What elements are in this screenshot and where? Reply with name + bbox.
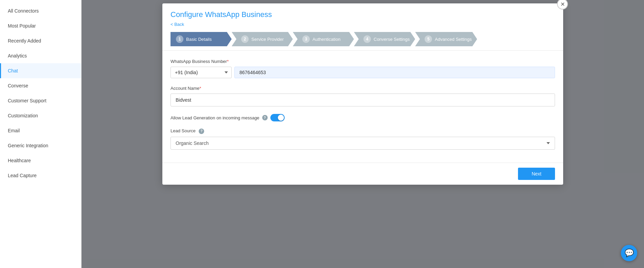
step-number-4: 5 bbox=[425, 35, 432, 43]
modal-close-button[interactable]: ✕ bbox=[557, 0, 568, 10]
account-name-group: Account Name* bbox=[171, 86, 555, 106]
account-name-input[interactable] bbox=[171, 94, 555, 106]
modal-footer: Next bbox=[162, 163, 563, 185]
step-label-1: Service Provider bbox=[251, 37, 284, 42]
account-name-label: Account Name* bbox=[171, 86, 555, 91]
sidebar-item-generic-integration[interactable]: Generic Integration bbox=[0, 138, 81, 153]
step-3: 4Converse Settings bbox=[354, 32, 415, 46]
sidebar-item-converse[interactable]: Converse bbox=[0, 78, 81, 93]
modal-body: WhatsApp Business Number* +91 (India)+1 … bbox=[162, 51, 563, 163]
next-button[interactable]: Next bbox=[518, 168, 555, 180]
step-0: 1Basic Details bbox=[171, 32, 232, 46]
step-label-4: Advanced Settings bbox=[435, 37, 471, 42]
main-area: ✕ Configure WhatsApp Business < Back 1Ba… bbox=[82, 0, 644, 268]
whatsapp-number-group: WhatsApp Business Number* +91 (India)+1 … bbox=[171, 59, 555, 78]
sidebar-item-recently-added[interactable]: Recently Added bbox=[0, 33, 81, 48]
back-link[interactable]: < Back bbox=[171, 22, 184, 27]
sidebar-item-most-popular[interactable]: Most Popular bbox=[0, 18, 81, 33]
sidebar-item-all-connectors[interactable]: All Connectors bbox=[0, 3, 81, 18]
toggle-thumb bbox=[278, 115, 284, 121]
modal-title: Configure WhatsApp Business bbox=[171, 10, 555, 19]
sidebar-item-email[interactable]: Email bbox=[0, 123, 81, 138]
lead-source-label: Lead Source ? bbox=[171, 128, 555, 134]
sidebar-item-customer-support[interactable]: Customer Support bbox=[0, 93, 81, 108]
step-number-2: 3 bbox=[302, 35, 310, 43]
step-label-3: Converse Settings bbox=[374, 37, 410, 42]
allow-lead-help-icon[interactable]: ? bbox=[262, 115, 268, 120]
step-2: 3Authentication bbox=[293, 32, 354, 46]
modal-overlay: ✕ Configure WhatsApp Business < Back 1Ba… bbox=[82, 0, 644, 268]
lead-source-group: Lead Source ? Organic SearchPaid SearchS… bbox=[171, 128, 555, 150]
phone-number-input[interactable] bbox=[234, 67, 555, 78]
lead-source-select[interactable]: Organic SearchPaid SearchSocial MediaRef… bbox=[171, 137, 555, 150]
allow-lead-row: Allow Lead Generation on incoming messag… bbox=[171, 114, 555, 121]
close-icon: ✕ bbox=[560, 1, 565, 7]
lead-source-help-icon[interactable]: ? bbox=[199, 129, 204, 134]
step-number-1: 2 bbox=[241, 35, 249, 43]
sidebar-item-healthcare[interactable]: Healthcare bbox=[0, 153, 81, 168]
step-label-0: Basic Details bbox=[186, 37, 212, 42]
step-number-0: 1 bbox=[176, 35, 183, 43]
sidebar-item-chat[interactable]: Chat bbox=[0, 63, 81, 78]
sidebar-item-customization[interactable]: Customization bbox=[0, 108, 81, 123]
step-number-3: 4 bbox=[363, 35, 371, 43]
sidebar: All ConnectorsMost PopularRecently Added… bbox=[0, 0, 82, 268]
allow-lead-toggle[interactable] bbox=[270, 114, 285, 121]
sidebar-item-lead-capture[interactable]: Lead Capture bbox=[0, 168, 81, 183]
country-code-select[interactable]: +91 (India)+1 (USA)+44 (UK)+61 (Australi… bbox=[171, 67, 232, 78]
step-4: 5Advanced Settings bbox=[415, 32, 477, 46]
step-label-2: Authentication bbox=[312, 37, 340, 42]
sidebar-item-analytics[interactable]: Analytics bbox=[0, 48, 81, 63]
stepper: 1Basic Details2Service Provider3Authenti… bbox=[171, 32, 555, 46]
allow-lead-label: Allow Lead Generation on incoming messag… bbox=[171, 115, 260, 120]
step-1: 2Service Provider bbox=[232, 32, 293, 46]
modal-header: Configure WhatsApp Business < Back 1Basi… bbox=[162, 3, 563, 51]
chat-fab-button[interactable]: 💬 bbox=[621, 245, 637, 261]
chat-icon: 💬 bbox=[625, 249, 634, 257]
phone-row: +91 (India)+1 (USA)+44 (UK)+61 (Australi… bbox=[171, 67, 555, 78]
modal-dialog: ✕ Configure WhatsApp Business < Back 1Ba… bbox=[162, 3, 563, 185]
whatsapp-number-label: WhatsApp Business Number* bbox=[171, 59, 555, 64]
